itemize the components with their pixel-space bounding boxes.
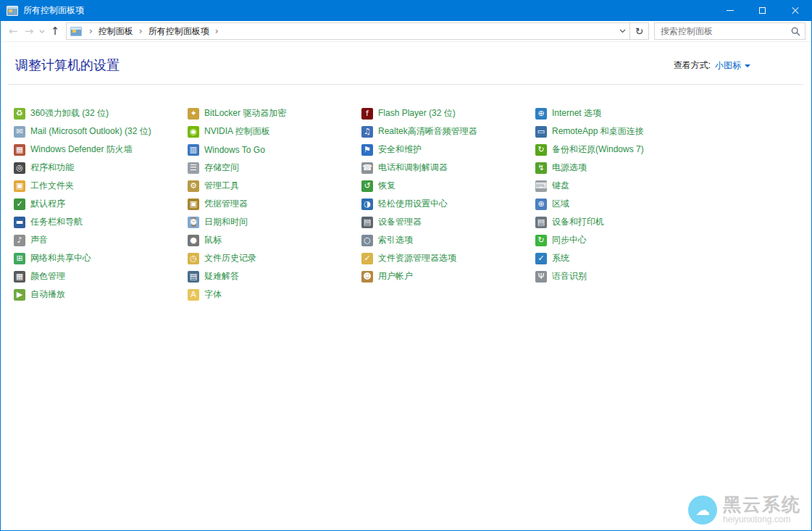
breadcrumb-control-panel[interactable]: 控制面板 [97, 24, 135, 39]
control-panel-item-label: 恢复 [378, 180, 395, 192]
control-panel-item[interactable]: ✓系统 [535, 249, 709, 267]
forward-icon[interactable]: → [21, 26, 37, 37]
control-panel-item[interactable]: ↻同步中心 [535, 231, 709, 249]
control-panel-item[interactable]: ▭RemoteApp 和桌面连接 [535, 122, 709, 141]
breadcrumb-separator: › [135, 26, 147, 36]
control-panel-item[interactable]: ☻用户帐户 [361, 267, 535, 285]
chevron-down-icon [745, 64, 750, 67]
cloud-logo-icon: ☁ [688, 496, 717, 524]
work-folders-icon: ▣ [14, 180, 25, 192]
control-panel-item[interactable]: ⌨键盘 [535, 177, 709, 195]
address-bar[interactable]: › 控制面板 › 所有控制面板项 › [66, 22, 630, 40]
control-panel-item-label: 轻松使用设置中心 [378, 198, 448, 210]
control-panel-item[interactable]: ○索引选项 [361, 231, 535, 249]
view-by-label: 查看方式: [674, 59, 711, 72]
control-panel-item[interactable]: ☎电话和调制解调器 [361, 159, 535, 177]
control-panel-item[interactable]: ▬任务栏和导航 [14, 213, 188, 231]
control-panel-item-label: 安全和维护 [378, 143, 422, 156]
control-panel-item[interactable]: ▣工作文件夹 [14, 177, 188, 195]
page-title: 调整计算机的设置 [15, 57, 120, 74]
control-panel-item[interactable]: ⊞网络和共享中心 [14, 249, 188, 267]
watermark-domain: heiyunxitong.com [723, 515, 801, 524]
page-header: 调整计算机的设置 查看方式: 小图标 [1, 42, 811, 74]
color-management-icon: ▦ [14, 271, 25, 283]
control-panel-item[interactable]: ↺恢复 [361, 177, 535, 195]
control-panel-item[interactable]: ▶自动播放 [14, 285, 188, 304]
breadcrumb-all-items[interactable]: 所有控制面板项 [147, 24, 211, 39]
troubleshooting-icon: ▤ [188, 271, 199, 283]
control-panel-item[interactable]: ◷文件历史记录 [188, 249, 361, 267]
firewall-icon: ▦ [14, 144, 25, 156]
search-input[interactable] [655, 26, 791, 36]
control-panel-item-label: 电源选项 [552, 162, 587, 174]
control-panel-item[interactable]: ▤疑难解答 [188, 267, 361, 285]
360-uninstaller-icon: ♻ [14, 108, 25, 120]
control-panel-item[interactable]: ✦BitLocker 驱动器加密 [188, 104, 361, 122]
indexing-options-icon: ○ [361, 235, 373, 246]
control-panel-item[interactable]: A字体 [188, 285, 361, 304]
refresh-button[interactable]: ↻ [630, 22, 649, 40]
address-dropdown-icon[interactable] [615, 29, 629, 33]
minimize-button[interactable] [713, 0, 746, 21]
maximize-button[interactable] [746, 0, 779, 21]
view-by-dropdown[interactable]: 小图标 [715, 59, 750, 72]
items-column: fFlash Player (32 位)♫Realtek高清晰音频管理器⚑安全和… [361, 104, 535, 304]
control-panel-item[interactable]: ▤设备和打印机 [535, 213, 709, 231]
control-panel-item[interactable]: ⊕区域 [535, 195, 709, 213]
control-panel-item[interactable]: ◎程序和功能 [14, 159, 188, 177]
control-panel-item[interactable]: Ψ语音识别 [535, 267, 709, 285]
control-panel-item[interactable]: ⌚日期和时间 [188, 213, 361, 231]
control-panel-item[interactable]: ☰存储空间 [188, 159, 361, 177]
minimize-icon [727, 10, 734, 11]
control-panel-item[interactable]: ●鼠标 [188, 231, 361, 249]
control-panel-item-label: 360强力卸载 (32 位) [30, 107, 109, 120]
programs-and-features-icon: ◎ [14, 162, 25, 174]
control-panel-item[interactable]: ✓文件资源管理器选项 [361, 249, 535, 267]
control-panel-item[interactable]: ◑轻松使用设置中心 [361, 195, 535, 213]
search-icon[interactable] [791, 27, 800, 36]
back-icon[interactable]: ← [5, 26, 21, 37]
mail-icon: ✉ [14, 126, 25, 138]
control-panel-item[interactable]: ⚙管理工具 [188, 177, 361, 195]
control-panel-item[interactable]: ▣凭据管理器 [188, 195, 361, 213]
control-panel-item-label: 文件资源管理器选项 [378, 252, 456, 264]
realtek-audio-icon: ♫ [361, 126, 373, 138]
control-panel-item[interactable]: ▤设备管理器 [361, 213, 535, 231]
autoplay-icon: ▶ [14, 289, 25, 301]
control-panel-item-label: 管理工具 [204, 180, 239, 192]
control-panel-item[interactable]: ↻备份和还原(Windows 7) [535, 141, 709, 159]
control-panel-item[interactable]: ⊕Internet 选项 [535, 104, 709, 122]
ease-of-access-icon: ◑ [361, 198, 373, 210]
refresh-icon: ↻ [635, 25, 644, 37]
control-panel-item[interactable]: fFlash Player (32 位) [361, 104, 535, 122]
security-maintenance-icon: ⚑ [361, 144, 373, 156]
close-button[interactable] [779, 0, 811, 21]
credential-manager-icon: ▣ [188, 198, 199, 210]
date-and-time-icon: ⌚ [188, 217, 199, 228]
control-panel-item[interactable]: ✉Mail (Microsoft Outlook) (32 位) [14, 122, 188, 141]
internet-options-icon: ⊕ [535, 108, 547, 120]
control-panel-item-label: 自动播放 [30, 288, 65, 301]
phone-modem-icon: ☎ [361, 162, 373, 174]
control-panel-item[interactable]: ✓默认程序 [14, 195, 188, 213]
up-icon[interactable]: ↑ [47, 26, 63, 37]
region-icon: ⊕ [535, 198, 547, 210]
control-panel-item[interactable]: ◉NVIDIA 控制面板 [188, 122, 361, 141]
control-panel-item-label: 鼠标 [204, 234, 222, 246]
history-chevron-icon[interactable] [37, 30, 47, 33]
control-panel-item[interactable]: ▥Windows To Go [188, 141, 361, 159]
control-panel-item[interactable]: ↯电源选项 [535, 159, 709, 177]
administrative-tools-icon: ⚙ [188, 180, 199, 192]
control-panel-item[interactable]: ▦颜色管理 [14, 267, 188, 285]
control-panel-item-label: 日期和时间 [204, 216, 248, 228]
close-icon [791, 7, 800, 15]
search-box [654, 22, 805, 40]
control-panel-item[interactable]: ♻360强力卸载 (32 位) [14, 104, 188, 122]
view-by-control: 查看方式: 小图标 [674, 59, 750, 72]
control-panel-item-label: Internet 选项 [552, 107, 601, 120]
control-panel-item-label: Windows To Go [204, 145, 265, 155]
control-panel-item[interactable]: ▦Windows Defender 防火墙 [14, 141, 188, 159]
control-panel-item[interactable]: ♫Realtek高清晰音频管理器 [361, 122, 535, 141]
control-panel-item[interactable]: ♪声音 [14, 231, 188, 249]
control-panel-item[interactable]: ⚑安全和维护 [361, 141, 535, 159]
